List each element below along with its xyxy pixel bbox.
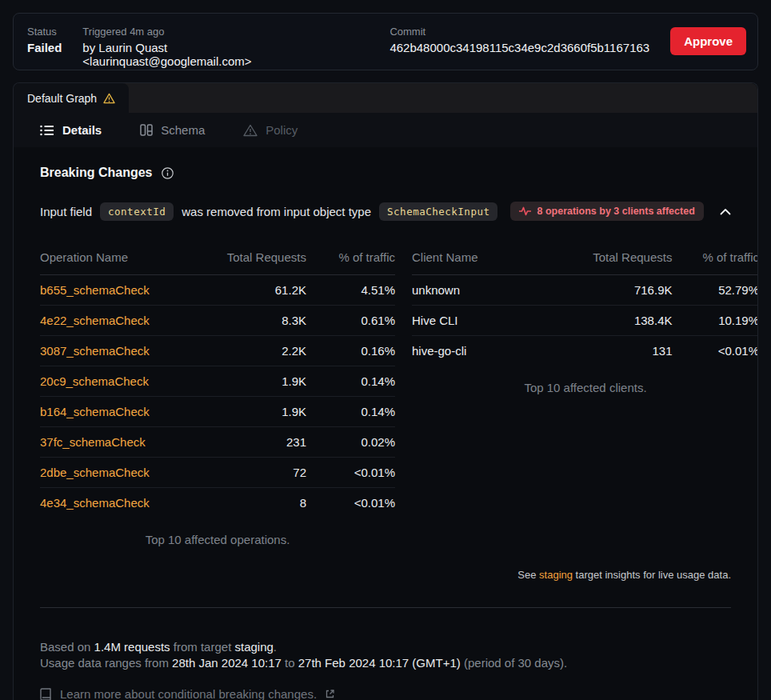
staging-target-link[interactable]: staging: [539, 569, 573, 581]
tab-schema[interactable]: Schema: [140, 123, 205, 137]
cell-value: 8: [200, 488, 306, 518]
client-name: Hive CLI: [412, 306, 568, 336]
client-name: hive-go-cli: [412, 336, 568, 366]
tab-details[interactable]: Details: [40, 123, 102, 137]
cell-value: 61.2K: [200, 275, 306, 306]
cell-value: 8.3K: [200, 306, 306, 336]
cell-value: 0.02%: [306, 427, 395, 458]
check-panel: Default Graph: [13, 82, 758, 700]
approve-button[interactable]: Approve: [670, 27, 746, 55]
summary-text: from target: [170, 640, 235, 654]
check-summary-card: Status Failed Triggered 4m ago by Laurin…: [13, 13, 758, 70]
cell-value: <0.01%: [306, 458, 395, 488]
column-header: Total Requests: [568, 242, 672, 275]
summary-text: Based on: [40, 640, 94, 654]
table-row: 4e22_schemaCheck8.3K0.61%: [40, 306, 395, 336]
warning-outline-icon: [243, 124, 258, 137]
operations-table-container: Operation NameTotal Requests% of traffic…: [40, 242, 395, 546]
book-icon: [40, 688, 51, 700]
tab-nav: Details Schema: [14, 113, 757, 147]
tab-policy-label: Policy: [266, 123, 298, 137]
cell-value: 131: [568, 336, 672, 366]
operation-name-link[interactable]: 2dbe_schemaCheck: [40, 458, 200, 488]
table-row: 20c9_schemaCheck1.9K0.14%: [40, 366, 395, 397]
operation-name-link[interactable]: 4e22_schemaCheck: [40, 306, 200, 336]
usage-tables: Operation NameTotal Requests% of traffic…: [40, 242, 731, 546]
summary-text: Usage data ranges from: [40, 656, 172, 670]
operation-name-link[interactable]: 20c9_schemaCheck: [40, 366, 200, 397]
operation-name-link[interactable]: 4e34_schemaCheck: [40, 488, 200, 518]
triggered-label: Triggered 4m ago: [82, 26, 334, 38]
breaking-change-accordion-header[interactable]: Input field contextId was removed from i…: [40, 202, 731, 221]
commit-label: Commit: [389, 26, 649, 38]
column-header: % of traffic: [672, 242, 758, 275]
range-end-date: 27th Feb 2024 10:17 (GMT+1): [298, 656, 461, 670]
table-row: unknown716.9K52.79%: [412, 275, 758, 306]
change-text-middle: was removed from input object type: [182, 205, 371, 218]
commit-hash: 462b48000c34198115c34e9c2d3660f5b1167163: [389, 41, 649, 54]
cell-value: 10.19%: [672, 306, 758, 336]
info-icon[interactable]: [162, 167, 174, 179]
learn-more-link[interactable]: Learn more about conditional breaking ch…: [40, 687, 731, 700]
schema-icon: [140, 124, 153, 136]
learn-more-label: Learn more about conditional breaking ch…: [60, 687, 317, 700]
section-title: Breaking Changes: [40, 166, 152, 180]
operation-name-link[interactable]: b164_schemaCheck: [40, 397, 200, 427]
affected-badge-label: 8 operations by 3 clients affected: [537, 206, 694, 217]
column-header: Client Name: [412, 242, 568, 275]
clients-table-container: Client NameTotal Requests% of traffic un…: [412, 242, 758, 394]
column-header: Total Requests: [200, 242, 306, 275]
operation-name-link[interactable]: 3087_schemaCheck: [40, 336, 200, 366]
tab-details-label: Details: [62, 123, 102, 137]
table-row: b655_schemaCheck61.2K4.51%: [40, 275, 395, 306]
table-row: 37fc_schemaCheck2310.02%: [40, 427, 395, 458]
usage-summary-line2: Usage data ranges from 28th Jan 2024 10:…: [40, 655, 731, 671]
table-row: Hive CLI138.4K10.19%: [412, 306, 758, 336]
status-value: Failed: [27, 41, 62, 54]
summary-text: .: [274, 640, 277, 654]
commit-group: Commit 462b48000c34198115c34e9c2d3660f5b…: [389, 23, 649, 54]
field-code-chip: contextId: [100, 202, 174, 221]
cell-value: 4.51%: [306, 275, 395, 306]
operations-table-caption: Top 10 affected operations.: [40, 533, 395, 546]
cell-value: 1.9K: [200, 397, 306, 427]
affected-operations-badge: 8 operations by 3 clients affected: [510, 202, 703, 221]
cell-value: 0.14%: [306, 397, 395, 427]
cell-value: 231: [200, 427, 306, 458]
insights-note-suffix: target insights for live usage data.: [573, 569, 731, 581]
external-link-icon: [326, 690, 334, 698]
pulse-icon: [519, 206, 531, 216]
column-header: Operation Name: [40, 242, 200, 275]
tab-policy[interactable]: Policy: [243, 123, 298, 137]
change-text-prefix: Input field: [40, 205, 92, 218]
chevron-up-icon[interactable]: [720, 208, 731, 215]
cell-value: 72: [200, 458, 306, 488]
cell-value: 0.61%: [306, 306, 395, 336]
table-row: hive-go-cli131<0.01%: [412, 336, 758, 366]
operation-name-link[interactable]: b655_schemaCheck: [40, 275, 200, 306]
table-row: 2dbe_schemaCheck72<0.01%: [40, 458, 395, 488]
table-row: b164_schemaCheck1.9K0.14%: [40, 397, 395, 427]
tab-default-graph[interactable]: Default Graph: [14, 83, 129, 113]
cell-value: 2.2K: [200, 336, 306, 366]
cell-value: <0.01%: [306, 488, 395, 518]
target-name: staging: [234, 640, 273, 654]
column-header: % of traffic: [306, 242, 395, 275]
page: Status Failed Triggered 4m ago by Laurin…: [0, 0, 771, 700]
triggered-group: Triggered 4m ago by Laurin Quast <laurin…: [82, 23, 334, 68]
cell-value: 0.16%: [306, 336, 395, 366]
cell-value: 716.9K: [568, 275, 672, 306]
section-divider: [40, 607, 731, 608]
cell-value: 52.79%: [672, 275, 758, 306]
table-header-row: Operation NameTotal Requests% of traffic: [40, 242, 395, 275]
table-row: 4e34_schemaCheck8<0.01%: [40, 488, 395, 518]
graph-tab-label: Default Graph: [27, 92, 97, 105]
client-name: unknown: [412, 275, 568, 306]
requests-count: 1.4M requests: [94, 640, 170, 654]
usage-summary: Based on 1.4M requests from target stagi…: [40, 639, 731, 671]
warning-triangle-icon: [103, 93, 115, 104]
operation-name-link[interactable]: 37fc_schemaCheck: [40, 427, 200, 458]
details-content: Breaking Changes Input field contextId w…: [14, 166, 757, 700]
table-header-row: Client NameTotal Requests% of traffic: [412, 242, 758, 275]
breaking-changes-heading: Breaking Changes: [40, 166, 731, 180]
